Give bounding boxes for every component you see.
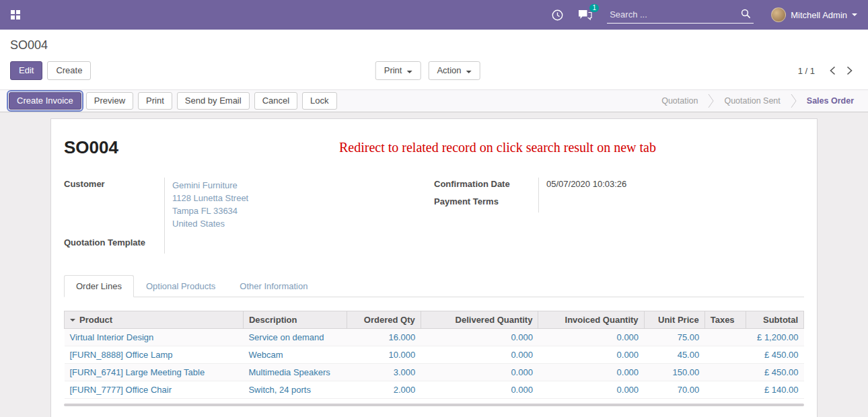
cell-product[interactable]: Virtual Interior Design: [65, 329, 244, 346]
breadcrumb[interactable]: SO004: [10, 38, 48, 52]
chevron-right-icon: [791, 91, 797, 110]
cell-subtotal[interactable]: £ 450.00: [746, 364, 804, 381]
pager-next-button[interactable]: [841, 65, 858, 77]
cell-taxes[interactable]: [704, 329, 746, 346]
tab-other-information[interactable]: Other Information: [227, 275, 320, 297]
column-header-invoiced-quantity[interactable]: Invoiced Quantity: [538, 311, 644, 329]
order-line-row[interactable]: [FURN_7777] Office Chair Switch, 24 port…: [65, 381, 804, 399]
notebook-tabs: Order Lines Optional Products Other Info…: [64, 274, 804, 297]
cell-subtotal[interactable]: £ 140.00: [746, 381, 804, 399]
cell-description[interactable]: Webcam: [243, 346, 347, 364]
order-line-row[interactable]: [FURN_8888] Office Lamp Webcam 10.000 0.…: [65, 346, 804, 364]
cell-delivered-qty[interactable]: 0.000: [421, 381, 538, 399]
annotation-text: Redirect to related record on click sear…: [339, 140, 656, 155]
avatar: [771, 7, 786, 22]
create-button[interactable]: Create: [47, 61, 91, 80]
cell-delivered-qty[interactable]: 0.000: [421, 329, 538, 346]
messages-icon[interactable]: 1: [578, 9, 592, 21]
user-name: Mitchell Admin: [791, 10, 847, 20]
cell-unit-price[interactable]: 150.00: [644, 364, 704, 381]
tab-order-lines[interactable]: Order Lines: [64, 275, 134, 297]
field-label-customer: Customer: [64, 178, 165, 236]
pager-previous-button[interactable]: [824, 65, 841, 77]
column-header-delivered-quantity[interactable]: Delivered Quantity: [421, 311, 538, 329]
cell-taxes[interactable]: [704, 346, 746, 364]
cell-invoiced-qty[interactable]: 0.000: [538, 364, 644, 381]
cell-product[interactable]: [FURN_7777] Office Chair: [65, 381, 244, 399]
apps-menu-icon[interactable]: [11, 10, 20, 20]
column-header-subtotal[interactable]: Subtotal: [746, 311, 804, 329]
field-label-confirmation-date: Confirmation Date: [434, 178, 539, 195]
form-sheet: SO004 Redirect to related record on clic…: [50, 118, 818, 417]
field-value-quotation-template[interactable]: [165, 236, 434, 254]
tab-optional-products[interactable]: Optional Products: [134, 275, 227, 297]
global-search[interactable]: [607, 7, 754, 24]
cell-invoiced-qty[interactable]: 0.000: [538, 346, 644, 364]
cell-subtotal[interactable]: £ 1,200.00: [746, 329, 804, 346]
user-menu[interactable]: Mitchell Admin: [771, 7, 857, 22]
cell-subtotal[interactable]: £ 450.00: [746, 346, 804, 364]
cell-ordered-qty[interactable]: 16.000: [347, 329, 421, 346]
field-value-customer[interactable]: Gemini Furniture 1128 Lunetta Street Tam…: [165, 178, 434, 236]
create-invoice-button[interactable]: Create Invoice: [9, 92, 81, 110]
chevron-down-icon: [852, 13, 857, 16]
order-line-row[interactable]: Virtual Interior Design Service on deman…: [65, 329, 804, 346]
action-menu-button[interactable]: Action: [428, 61, 480, 80]
customer-name-link[interactable]: Gemini Furniture: [172, 179, 434, 192]
status-step-sales-order[interactable]: Sales Order: [797, 96, 864, 106]
cancel-button[interactable]: Cancel: [254, 92, 297, 110]
cell-description[interactable]: Service on demand: [243, 329, 347, 346]
cell-product[interactable]: [FURN_6741] Large Meeting Table: [65, 364, 244, 381]
field-value-payment-terms[interactable]: [539, 195, 804, 213]
column-header-ordered-qty[interactable]: Ordered Qty: [347, 311, 421, 329]
chevron-down-icon: [406, 71, 412, 73]
field-group-left: Customer Gemini Furniture 1128 Lunetta S…: [64, 178, 434, 254]
cell-unit-price[interactable]: 45.00: [644, 346, 704, 364]
search-input[interactable]: [610, 9, 741, 20]
cell-delivered-qty[interactable]: 0.000: [421, 346, 538, 364]
send-by-email-button[interactable]: Send by Email: [177, 92, 250, 110]
column-header-label: Product: [79, 315, 112, 325]
status-step-quotation[interactable]: Quotation: [651, 96, 708, 106]
cell-taxes[interactable]: [704, 381, 746, 399]
form-view: SO004 Redirect to related record on clic…: [0, 112, 868, 417]
activities-clock-icon[interactable]: [552, 9, 563, 21]
control-panel: SO004 Edit Create Print Action 1 / 1: [0, 30, 868, 89]
preview-button[interactable]: Preview: [86, 92, 133, 110]
lock-button[interactable]: Lock: [302, 92, 336, 110]
column-header-taxes[interactable]: Taxes: [704, 311, 746, 329]
cell-unit-price[interactable]: 70.00: [644, 381, 704, 399]
cell-ordered-qty[interactable]: 10.000: [347, 346, 421, 364]
action-menu-label: Action: [437, 65, 461, 75]
order-line-row[interactable]: [FURN_6741] Large Meeting Table Multimed…: [65, 364, 804, 381]
column-header-description[interactable]: Description: [243, 311, 347, 329]
cell-taxes[interactable]: [704, 364, 746, 381]
cell-description[interactable]: Switch, 24 ports: [243, 381, 347, 399]
cell-description[interactable]: Multimedia Speakers: [243, 364, 347, 381]
edit-button[interactable]: Edit: [10, 61, 42, 80]
field-label-payment-terms: Payment Terms: [434, 195, 539, 213]
pager-value: 1 / 1: [798, 66, 815, 76]
cell-delivered-qty[interactable]: 0.000: [421, 364, 538, 381]
customer-city: Tampa FL 33634: [172, 204, 434, 217]
column-header-product[interactable]: Product: [65, 311, 244, 329]
table-footer-divider: [64, 404, 804, 406]
print-menu-button[interactable]: Print: [375, 61, 421, 80]
customer-country: United States: [172, 217, 434, 230]
cell-unit-price[interactable]: 75.00: [644, 329, 704, 346]
caret-down-icon: [70, 319, 75, 321]
order-lines-table: Product Description Ordered Qty Delivere…: [64, 311, 804, 399]
column-header-unit-price[interactable]: Unit Price: [644, 311, 704, 329]
cell-invoiced-qty[interactable]: 0.000: [538, 381, 644, 399]
topbar-systray: 1 Mitchell Admin: [552, 7, 857, 24]
chevron-right-icon: [708, 91, 714, 110]
cell-ordered-qty[interactable]: 2.000: [347, 381, 421, 399]
cell-invoiced-qty[interactable]: 0.000: [538, 329, 644, 346]
table-header-row: Product Description Ordered Qty Delivere…: [65, 311, 804, 329]
print-button[interactable]: Print: [138, 92, 172, 110]
cell-ordered-qty[interactable]: 3.000: [347, 364, 421, 381]
search-icon[interactable]: [741, 9, 751, 21]
status-step-quotation-sent[interactable]: Quotation Sent: [714, 96, 790, 106]
message-count-badge: 1: [589, 4, 599, 12]
cell-product[interactable]: [FURN_8888] Office Lamp: [65, 346, 244, 364]
